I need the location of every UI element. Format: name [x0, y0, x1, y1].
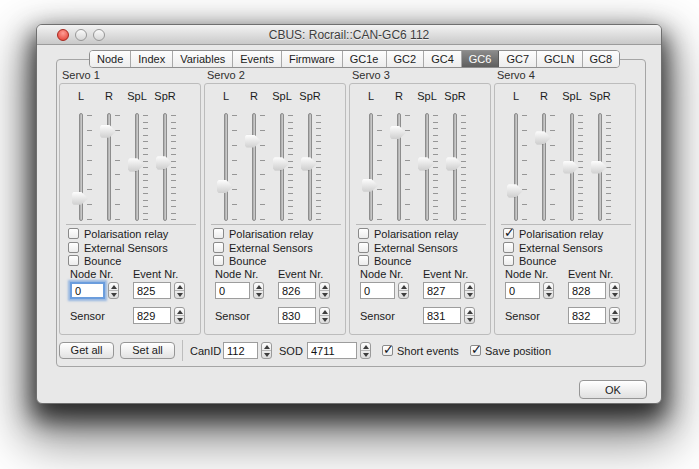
slider-tick	[171, 180, 176, 181]
external-sensors-checkbox[interactable]	[358, 242, 369, 253]
sensor-input[interactable]	[278, 307, 316, 324]
sensor-stepper[interactable]	[464, 307, 475, 324]
node-nr-input[interactable]	[70, 282, 105, 299]
node-nr-stepper[interactable]	[398, 282, 409, 299]
polarisation-relay-checkbox[interactable]	[68, 228, 79, 239]
bounce-checkbox[interactable]	[358, 255, 369, 266]
slider-thumb-l[interactable]	[362, 179, 378, 192]
tab-variables[interactable]: Variables	[173, 51, 233, 67]
set-all-button[interactable]: Set all	[120, 342, 175, 359]
bounce-checkbox[interactable]	[213, 255, 224, 266]
sensor-input[interactable]	[133, 307, 171, 324]
tab-gc2[interactable]: GC2	[387, 51, 425, 67]
tab-gc6[interactable]: GC6	[462, 51, 500, 67]
event-nr-input[interactable]	[133, 282, 171, 299]
polarisation-relay-checkbox[interactable]	[503, 228, 514, 239]
sod-input[interactable]	[307, 342, 357, 359]
sensor-stepper[interactable]	[174, 307, 185, 324]
tab-events[interactable]: Events	[233, 51, 282, 67]
sod-stepper[interactable]	[360, 342, 371, 359]
slider-tick	[461, 174, 466, 175]
external-sensors-checkbox[interactable]	[503, 242, 514, 253]
slider-tick	[143, 219, 148, 220]
slider-tick	[288, 174, 293, 175]
bounce-checkbox[interactable]	[68, 255, 79, 266]
slider-tick	[143, 206, 148, 207]
slider-thumb-spl[interactable]	[128, 158, 144, 171]
slider-track-r[interactable]	[542, 113, 546, 221]
slider-track-l[interactable]	[369, 113, 373, 221]
get-all-button[interactable]: Get all	[59, 342, 114, 359]
slider-track-l[interactable]	[514, 113, 518, 221]
event-nr-stepper[interactable]	[464, 282, 475, 299]
event-nr-stepper[interactable]	[319, 282, 330, 299]
bounce-checkbox[interactable]	[503, 255, 514, 266]
event-nr-stepper[interactable]	[609, 282, 620, 299]
slider-thumb-spl[interactable]	[563, 161, 579, 174]
external-sensors-checkbox[interactable]	[213, 242, 224, 253]
external-sensors-checkbox[interactable]	[68, 242, 79, 253]
canid-stepper[interactable]	[261, 342, 272, 359]
slider-thumb-r[interactable]	[390, 126, 406, 139]
canid-input[interactable]	[223, 342, 258, 359]
slider-thumb-spr[interactable]	[446, 157, 462, 170]
slider-thumb-l[interactable]	[507, 184, 523, 197]
tab-gc7[interactable]: GC7	[499, 51, 537, 67]
event-nr-stepper[interactable]	[174, 282, 185, 299]
slider-track-l[interactable]	[224, 113, 228, 221]
slider-tick	[461, 128, 466, 129]
event-nr-input[interactable]	[423, 282, 461, 299]
slider-thumb-spr[interactable]	[301, 157, 317, 170]
short-events-checkbox[interactable]	[382, 345, 393, 356]
slider-thumb-l[interactable]	[72, 192, 88, 205]
slider-tick	[578, 128, 583, 129]
slider-thumb-r[interactable]	[100, 125, 116, 138]
slider-tick	[316, 180, 321, 181]
titlebar[interactable]: CBUS: Rocrail::CAN-GC6 112	[37, 25, 661, 45]
polarisation-relay-checkbox[interactable]	[358, 228, 369, 239]
group-divider	[501, 224, 631, 225]
slider-tick	[550, 174, 555, 175]
slider-thumb-spr[interactable]	[591, 161, 607, 174]
node-nr-input[interactable]	[215, 282, 250, 299]
save-position-checkbox[interactable]	[470, 345, 481, 356]
tab-gc4[interactable]: GC4	[424, 51, 462, 67]
slider-label-spl: SpL	[123, 90, 151, 102]
slider-tick	[405, 204, 410, 205]
slider-tick	[260, 160, 265, 161]
sensor-stepper[interactable]	[609, 307, 620, 324]
tab-gcln[interactable]: GCLN	[537, 51, 583, 67]
event-nr-input[interactable]	[568, 282, 606, 299]
slider-tick	[405, 130, 410, 131]
slider-thumb-l[interactable]	[217, 180, 233, 193]
slider-thumb-spr[interactable]	[156, 156, 172, 169]
slider-thumb-r[interactable]	[535, 131, 551, 144]
tab-gc1e[interactable]: GC1e	[343, 51, 387, 67]
tab-firmware[interactable]: Firmware	[282, 51, 343, 67]
node-nr-input[interactable]	[505, 282, 540, 299]
slider-tick	[288, 122, 293, 123]
slider-tick	[606, 128, 611, 129]
sensor-input[interactable]	[423, 307, 461, 324]
slider-thumb-spl[interactable]	[418, 157, 434, 170]
ok-button[interactable]: OK	[579, 380, 647, 399]
event-nr-input[interactable]	[278, 282, 316, 299]
tab-gc8[interactable]: GC8	[583, 51, 620, 67]
polarisation-relay-checkbox[interactable]	[213, 228, 224, 239]
node-nr-stepper[interactable]	[108, 282, 119, 299]
node-nr-stepper[interactable]	[253, 282, 264, 299]
node-nr-input[interactable]	[360, 282, 395, 299]
tab-index[interactable]: Index	[131, 51, 173, 67]
bounce-label: Bounce	[374, 255, 411, 267]
sensor-input[interactable]	[568, 307, 606, 324]
slider-thumb-spl[interactable]	[273, 157, 289, 170]
sensor-stepper[interactable]	[319, 307, 330, 324]
tab-node[interactable]: Node	[90, 51, 131, 67]
slider-tick	[316, 115, 321, 116]
slider-tick	[461, 154, 466, 155]
node-nr-stepper[interactable]	[543, 282, 554, 299]
slider-track-r[interactable]	[252, 113, 256, 221]
slider-thumb-r[interactable]	[245, 135, 261, 148]
slider-tick	[522, 160, 527, 161]
slider-tick	[405, 115, 410, 116]
